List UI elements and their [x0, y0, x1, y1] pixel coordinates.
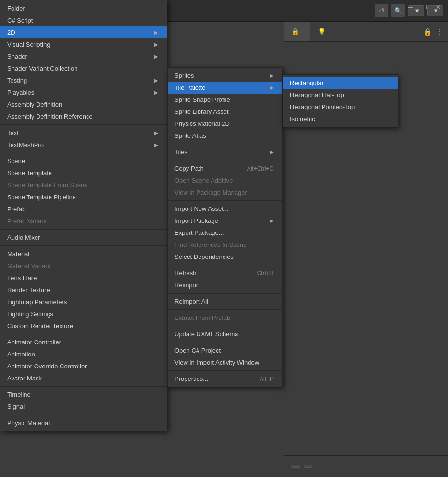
menu-left-item-textmeshpro[interactable]: TextMeshPro▶: [0, 139, 167, 151]
menu-item-label: Reimport All: [174, 298, 208, 305]
menu-item-label: Animator Controller: [7, 339, 61, 346]
menu-left-item-audio-mixer[interactable]: Audio Mixer: [0, 232, 167, 244]
menu-2d-item-import_package[interactable]: Import Package▶: [168, 215, 282, 227]
menu-item-label: Animation: [7, 351, 35, 358]
menu-2d-item-select_dependencies[interactable]: Select Dependencies: [168, 251, 282, 263]
menu-2d-item-sprites[interactable]: Sprites▶: [168, 70, 282, 82]
menu-separator: [168, 160, 282, 160]
menu-item-label: Scene Template: [7, 170, 52, 177]
menu-item-label: Timeline: [7, 391, 31, 398]
menu-left-item-c#-script[interactable]: C# Script: [0, 14, 167, 26]
menu-tilepalette-item-hexagonal-flat-top[interactable]: Hexagonal Flat-Top: [283, 89, 398, 101]
menu-2d-item-import_new_asset[interactable]: Import New Asset...: [168, 203, 282, 215]
asset-bundle-value2[interactable]: [304, 465, 312, 468]
menu-left-item-timeline[interactable]: Timeline: [0, 389, 167, 401]
menu-left-item-testing[interactable]: Testing▶: [0, 74, 167, 86]
submenu-arrow-icon: ▶: [270, 85, 274, 90]
menu-item-label: Prefab Variant: [7, 218, 47, 225]
menu-left-item-text[interactable]: Text▶: [0, 127, 167, 139]
menu-left-item-2d[interactable]: 2D▶: [0, 26, 167, 38]
menu-item-label: View in Package Manager: [174, 189, 247, 196]
menu-2d-item-copy_path[interactable]: Copy PathAlt+Ctrl+C: [168, 162, 282, 174]
submenu-arrow-icon: ▶: [154, 30, 158, 35]
menu-left-item-visual-scripting[interactable]: Visual Scripting▶: [0, 38, 167, 50]
menu-left-item-playables[interactable]: Playables▶: [0, 86, 167, 98]
menu-left-item-prefab[interactable]: Prefab: [0, 203, 167, 215]
maximize-button[interactable]: ☐: [422, 4, 427, 11]
more-options-icon[interactable]: ⋮: [435, 26, 445, 37]
menu-left-item-folder[interactable]: Folder: [0, 2, 167, 14]
menu-left: FolderC# Script2D▶Visual Scripting▶Shade…: [0, 0, 167, 431]
history-icon[interactable]: ↺: [375, 4, 388, 17]
menu-item-label: Hexagonal Flat-Top: [290, 91, 344, 98]
menu-item-label: Lens Flare: [7, 274, 37, 281]
menu-2d-item-physics_material_2d[interactable]: Physics Material 2D: [168, 118, 282, 130]
menu-left-item-shader-variant-collection[interactable]: Shader Variant Collection: [0, 62, 167, 74]
menu-left-item-lighting-settings[interactable]: Lighting Settings: [0, 308, 167, 320]
menu-2d-item-view_in_import_activity_window[interactable]: View in Import Activity Window: [168, 356, 282, 368]
lock-icon[interactable]: 🔒: [422, 26, 433, 37]
menu-2d-item-open_c_project[interactable]: Open C# Project: [168, 344, 282, 356]
menu-separator: [0, 124, 167, 125]
shortcut-label: Alt+Ctrl+C: [247, 165, 274, 172]
menu-left-item-scene[interactable]: Scene: [0, 155, 167, 167]
asset-bundle-value[interactable]: [291, 465, 300, 468]
menu-left-item-signal[interactable]: Signal: [0, 401, 167, 413]
menu-2d-item-reimport_all[interactable]: Reimport All: [168, 295, 282, 307]
menu-2d-item-sprite_library_asset[interactable]: Sprite Library Asset: [168, 106, 282, 118]
minimize-button[interactable]: —: [408, 4, 413, 11]
menu-separator: [168, 144, 282, 144]
menu-2d-item-update_uxml_schema[interactable]: Update UXML Schema: [168, 328, 282, 340]
menu-left-item-scene-template[interactable]: Scene Template: [0, 167, 167, 179]
menu-left-item-physic-material[interactable]: Physic Material: [0, 417, 167, 429]
menu-tilepalette-item-rectangular[interactable]: Rectangular: [283, 77, 398, 89]
asset-labels-panel: [284, 427, 448, 455]
close-button[interactable]: ✕: [436, 4, 441, 11]
menu-tilepalette-item-hexagonal-pointed-top[interactable]: Hexagonal Pointed-Top: [283, 101, 398, 113]
menu-2d-item-tile_palette[interactable]: Tile Palette▶: [168, 82, 282, 94]
menu-item-label: Signal: [7, 403, 25, 410]
menu-2d-item-sprite_atlas[interactable]: Sprite Atlas: [168, 130, 282, 142]
menu-2d-item-sprite_shape_profile[interactable]: Sprite Shape Profile: [168, 94, 282, 106]
menu-left-item-assembly-definition[interactable]: Assembly Definition: [0, 98, 167, 110]
menu-separator: [0, 245, 167, 246]
menu-left-item-scene-template-pipeline[interactable]: Scene Template Pipeline: [0, 191, 167, 203]
submenu-arrow-icon: ▶: [270, 149, 274, 155]
menu-left-item-lightmap-parameters[interactable]: Lightmap Parameters: [0, 296, 167, 308]
menu-separator: [168, 370, 282, 371]
menu-2d-item-tiles[interactable]: Tiles▶: [168, 146, 282, 158]
menu-left-item-material-variant: Material Variant: [0, 260, 167, 272]
menu-left-item-animator-controller[interactable]: Animator Controller: [0, 336, 167, 348]
menu-item-label: Update UXML Schema: [174, 330, 238, 338]
menu-left-item-lens-flare[interactable]: Lens Flare: [0, 272, 167, 284]
menu-left-item-assembly-definition-reference[interactable]: Assembly Definition Reference: [0, 110, 167, 122]
menu-2d-item-reimport[interactable]: Reimport: [168, 279, 282, 291]
menu-item-label: Shader Variant Collection: [7, 65, 77, 72]
menu-separator: [0, 415, 167, 415]
submenu-arrow-icon: ▶: [154, 130, 158, 135]
tab-inspector[interactable]: 🔒: [284, 22, 310, 41]
menu-item-label: Physic Material: [7, 419, 50, 427]
menu-2d-item-export_package[interactable]: Export Package...: [168, 227, 282, 239]
menu-left-item-shader[interactable]: Shader▶: [0, 50, 167, 62]
menu-2d-item-open_scene_additive: Open Scene Additive: [168, 174, 282, 186]
inspector-icon: 🔒: [291, 28, 299, 35]
menu-left-item-prefab-variant: Prefab Variant: [0, 215, 167, 227]
menu-item-label: Audio Mixer: [7, 234, 40, 241]
tab-lighting[interactable]: 💡: [310, 22, 336, 41]
menu-left-item-animation[interactable]: Animation: [0, 348, 167, 360]
shortcut-label: Alt+P: [260, 376, 274, 382]
menu-2d-item-refresh[interactable]: RefreshCtrl+R: [168, 267, 282, 279]
menu-separator: [168, 326, 282, 326]
menu-left-item-material[interactable]: Material: [0, 248, 167, 260]
menu-separator: [0, 229, 167, 230]
menu-left-item-avatar-mask[interactable]: Avatar Mask: [0, 372, 167, 384]
menu-2d-item-properties[interactable]: Properties...Alt+P: [168, 373, 282, 385]
shortcut-label: Ctrl+R: [257, 270, 274, 277]
search-icon[interactable]: 🔍: [391, 4, 405, 17]
tab-actions: 🔒 ⋮: [422, 22, 448, 41]
menu-left-item-animator-override-controller[interactable]: Animator Override Controller: [0, 360, 167, 372]
menu-left-item-custom-render-texture[interactable]: Custom Render Texture: [0, 320, 167, 332]
menu-left-item-render-texture[interactable]: Render Texture: [0, 284, 167, 296]
menu-tilepalette-item-isometric[interactable]: Isometric: [283, 113, 398, 125]
